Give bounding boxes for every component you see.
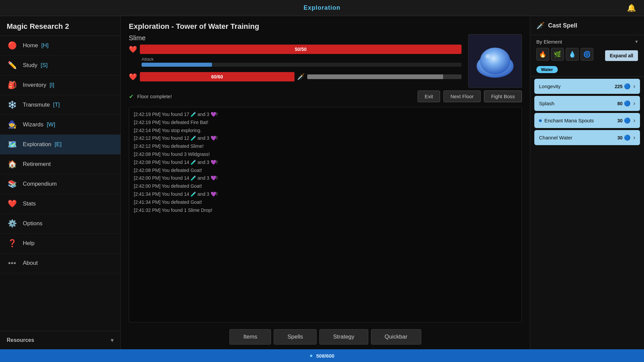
retirement-nav-icon: 🏠 [7, 159, 17, 170]
topbar-title: Exploration [304, 4, 340, 11]
sidebar-item-exploration[interactable]: 🗺️Exploration [E] [0, 135, 120, 155]
spell-cost: 30 🔵 [617, 117, 631, 124]
next-floor-button[interactable]: Next Floor [443, 90, 481, 102]
retirement-nav-label: Retirement [23, 161, 51, 168]
element-icon-0[interactable]: 🔥 [536, 48, 549, 61]
enemy-hp-bar: 50/50 [140, 45, 462, 54]
about-nav-label: About [23, 260, 38, 266]
tab-strategy[interactable]: Strategy [319, 329, 368, 345]
element-icon-2[interactable]: 💧 [566, 48, 579, 61]
cast-spell-title: Cast Spell [548, 22, 577, 29]
player-attack-bar-bg [307, 74, 462, 79]
player-section: ❤️ 60/60 🗡️ [129, 72, 462, 81]
tab-quickbar[interactable]: Quickbar [371, 329, 421, 345]
right-panel: 🗡️ Cast Spell By Element ▾ 🔥🌿💧🌀 Expand a… [530, 16, 644, 349]
status-bar: ● 508/600 [0, 349, 644, 362]
sidebar-item-help[interactable]: ❓Help [0, 234, 120, 253]
log-line: [2:42:08 PM] You found 3 Wildgrass! [134, 150, 517, 159]
options-nav-icon: ⚙️ [7, 218, 17, 229]
home-nav-icon: 🔴 [7, 40, 17, 51]
spell-name: Channel Water [539, 135, 617, 140]
stats-nav-icon: ❤️ [7, 198, 17, 209]
spell-name: Longevity [539, 83, 615, 89]
sidebar-item-inventory[interactable]: 🎒Inventory [I] [0, 75, 120, 95]
sidebar-item-transmute[interactable]: ❄️Transmute [T] [0, 95, 120, 115]
enemy-attack-label: Attack [142, 57, 462, 62]
log-line: [2:42:08 PM] You defeated Goat! [134, 167, 517, 175]
sidebar-item-home[interactable]: 🔴Home [H] [0, 36, 120, 56]
center-content: Exploration - Tower of Water Training Sl… [121, 16, 530, 349]
spell-cost: 30 🔵 [617, 134, 631, 141]
log-line: [2:42:00 PM] You found 14 🧪 and 3 💜! [134, 174, 517, 182]
mana-orb-icon: 🔵 [624, 134, 631, 141]
compendium-nav-label: Compendium [23, 181, 57, 187]
main-layout: Magic Research 2 🔴Home [H]✏️Study [S]🎒In… [0, 16, 644, 349]
app-title: Magic Research 2 [0, 16, 120, 36]
player-hp-container: ❤️ 60/60 🗡️ [129, 72, 462, 81]
enemy-hp-container: ❤️ 50/50 [129, 45, 462, 54]
log-area[interactable]: [2:42:19 PM] You found 17 🧪 and 3 💜![2:4… [129, 107, 522, 322]
spell-item-longevity[interactable]: Longevity225 🔵› [534, 79, 640, 94]
bottom-tabs: ItemsSpellsStrategyQuickbar [121, 326, 530, 349]
log-line: [2:41:34 PM] You defeated Goat! [134, 198, 517, 206]
study-nav-label: Study [S] [23, 62, 48, 69]
enemy-attack-section: Attack [142, 57, 462, 67]
expand-all-button[interactable]: Expand all [605, 50, 638, 61]
player-hp-bar: 60/60 [140, 72, 294, 81]
mana-orb-icon: 🔵 [624, 100, 631, 107]
fight-boss-button[interactable]: Fight Boss [484, 90, 522, 102]
log-line: [2:42:12 PM] You defeated Slime! [134, 142, 517, 150]
topbar: Exploration 🔔 [0, 0, 644, 16]
spell-expand-arrow[interactable]: › [633, 134, 635, 141]
enemy-hp-text: 50/50 [295, 47, 307, 52]
resources-bar[interactable]: Resources ▾ [0, 331, 120, 349]
sidebar-item-study[interactable]: ✏️Study [S] [0, 56, 120, 75]
study-nav-icon: ✏️ [7, 60, 17, 71]
by-element-label: By Element [536, 39, 562, 45]
enemy-heart-icon: ❤️ [129, 45, 137, 53]
spell-expand-arrow[interactable]: › [633, 83, 635, 90]
battle-area: Slime ❤️ 50/50 Attack [121, 34, 530, 88]
battle-left: Slime ❤️ 50/50 Attack [129, 34, 462, 88]
floor-complete-text: Floor complete! [137, 94, 172, 99]
spell-expand-arrow[interactable]: › [633, 117, 635, 124]
sidebar-item-retirement[interactable]: 🏠Retirement [0, 155, 120, 174]
inventory-nav-label: Inventory [I] [23, 82, 54, 88]
spell-expand-arrow[interactable]: › [633, 100, 635, 107]
spell-cost: 225 🔵 [615, 83, 631, 89]
svg-point-1 [8, 262, 10, 264]
water-badge[interactable]: Water [536, 66, 558, 73]
help-nav-label: Help [23, 240, 35, 247]
tab-spells[interactable]: Spells [274, 329, 317, 345]
svg-point-5 [484, 53, 496, 64]
compendium-nav-icon: 📚 [7, 179, 17, 189]
spell-item-splash[interactable]: Splash80 🔵› [534, 96, 640, 111]
log-line: [2:41:34 PM] You found 14 🧪 and 3 💜! [134, 190, 517, 198]
cast-spell-icon: 🗡️ [536, 21, 545, 29]
exit-button[interactable]: Exit [418, 90, 440, 102]
element-icon-1[interactable]: 🌿 [551, 48, 564, 61]
spell-name: Splash [539, 101, 617, 106]
sidebar-item-options[interactable]: ⚙️Options [0, 214, 120, 234]
log-line: [2:41:32 PM] You found 1 Slime Drop! [134, 206, 517, 215]
notification-icon[interactable]: 🔔 [627, 4, 636, 12]
spell-cost: 80 🔵 [617, 100, 631, 107]
exploration-header: Exploration - Tower of Water Training [121, 16, 530, 34]
spell-item-enchant-mana-spouts[interactable]: Enchant Mana Spouts30 🔵› [534, 113, 640, 128]
exploration-nav-label: Exploration [E] [23, 141, 62, 148]
tab-items[interactable]: Items [229, 329, 271, 345]
options-nav-label: Options [23, 220, 43, 227]
element-chevron[interactable]: ▾ [635, 39, 638, 45]
about-nav-icon [7, 258, 17, 268]
sidebar-item-about[interactable]: About [0, 253, 120, 273]
stats-nav-label: Stats [23, 200, 36, 207]
enemy-attack-bar-bg [142, 63, 462, 67]
element-icon-3[interactable]: 🌀 [581, 48, 593, 61]
sidebar-item-stats[interactable]: ❤️Stats [0, 194, 120, 214]
sidebar-item-compendium[interactable]: 📚Compendium [0, 174, 120, 194]
nav-list: 🔴Home [H]✏️Study [S]🎒Inventory [I]❄️Tran… [0, 36, 120, 273]
svg-point-2 [14, 262, 16, 264]
sidebar-item-wizards[interactable]: 🧙Wizards [W] [0, 115, 120, 135]
spell-item-channel-water[interactable]: Channel Water30 🔵› [534, 130, 640, 145]
cast-spell-header: 🗡️ Cast Spell [530, 16, 644, 35]
